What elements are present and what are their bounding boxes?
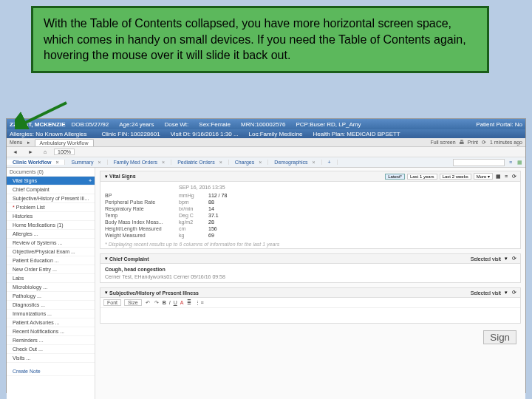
grid-icon[interactable]: ▦ <box>495 174 501 180</box>
print-icon[interactable]: 🖶 <box>459 140 465 146</box>
italic-button[interactable]: I <box>169 300 171 305</box>
toc-item-label: Home Medications (1) <box>13 222 63 228</box>
chevron-down-icon[interactable]: ▾ <box>103 256 109 262</box>
toc-item[interactable]: Diagnostics ... <box>7 301 95 310</box>
filter-last2[interactable]: Last 2 weeks <box>440 174 471 180</box>
size-select[interactable]: Size <box>124 299 142 306</box>
settings-icon[interactable]: ▦ <box>516 160 522 166</box>
list-icon[interactable]: ≡ <box>503 174 509 180</box>
filter-more[interactable]: More ▾ <box>474 173 493 180</box>
toc-item[interactable]: New Order Entry ... <box>7 265 95 274</box>
vital-row: Respiratory Ratebr/min14 <box>105 205 516 212</box>
filter-last1[interactable]: Last 1 years <box>407 174 437 180</box>
vital-value: 28 <box>208 219 238 225</box>
refresh-icon[interactable]: ⟳ <box>511 290 517 296</box>
home-button[interactable]: ⌂ <box>41 149 50 155</box>
ehr-window: ZZTEST, MCKENZIE DOB:05/27/92 Age:24 yea… <box>6 118 526 393</box>
vital-unit: Deg C <box>179 213 208 218</box>
toc-item-label: Vital Signs <box>13 178 37 183</box>
toc-item[interactable]: Check Out ... <box>7 345 95 354</box>
svg-line-0 <box>21 103 66 125</box>
vital-unit: kg/m2 <box>179 219 208 225</box>
tab-demographics[interactable]: Demographics× <box>268 160 321 165</box>
close-icon[interactable]: × <box>162 160 165 165</box>
zoom-level[interactable]: 100% <box>54 149 75 155</box>
toc-header[interactable]: Documents (0) <box>7 168 95 177</box>
filter-latest[interactable]: Latest* <box>385 174 405 180</box>
star-icon: * <box>13 205 15 210</box>
add-icon[interactable]: + <box>89 178 92 183</box>
redo-icon[interactable]: ↷ <box>154 300 160 306</box>
close-icon[interactable]: × <box>313 160 316 165</box>
vital-row: Body Mass Index Meas...kg/m228 <box>105 219 516 225</box>
vital-value: 37.1 <box>208 213 238 218</box>
fullscreen-button[interactable]: Full screen <box>430 140 455 145</box>
section-title: Chief Complaint <box>109 256 471 262</box>
toc-item[interactable]: Labs <box>7 274 95 283</box>
toc-item[interactable]: Subjective/History of Present Illness <box>7 194 95 203</box>
toc-item[interactable]: Objective/Physical Exam ... <box>7 248 95 256</box>
sign-button[interactable]: Sign <box>483 330 516 344</box>
tab-pediatric[interactable]: Pediatric Orders× <box>171 160 229 165</box>
search-input[interactable] <box>453 159 505 166</box>
toc-item[interactable]: Histories <box>7 212 95 221</box>
print-label[interactable]: Print <box>468 140 478 145</box>
toc-item[interactable]: Visits ... <box>7 354 95 363</box>
font-color-button[interactable]: A <box>180 300 184 305</box>
toc-item[interactable]: Allergies ... <box>7 230 95 239</box>
tab-family-med[interactable]: Family Med Orders× <box>108 160 172 165</box>
refresh-icon[interactable]: ⟳ <box>511 174 517 180</box>
vitals-footnote: * Displaying recent results up to 6 colu… <box>105 242 516 247</box>
patient-plan: Health Plan: MEDICAID BPSETT <box>313 131 400 137</box>
vital-label: Height/Length Measured <box>105 226 179 231</box>
refresh-icon[interactable]: ⟳ <box>481 140 487 146</box>
undo-icon[interactable]: ↶ <box>145 300 151 306</box>
bullets-icon[interactable]: ≣ <box>186 300 192 306</box>
workflow-tab[interactable]: Ambulatory Workflow <box>35 139 94 146</box>
vital-label: Peripheral Pulse Rate <box>105 200 179 205</box>
toc-item[interactable]: Home Medications (1) <box>7 221 95 230</box>
close-icon[interactable]: × <box>219 160 222 165</box>
nav-back-button[interactable]: ◄ <box>10 149 21 155</box>
refresh-icon[interactable]: ⟳ <box>511 256 517 262</box>
patient-banner: ZZTEST, MCKENZIE DOB:05/27/92 Age:24 yea… <box>7 119 525 129</box>
patient-loc: Loc:Family Medicine <box>249 131 303 137</box>
patient-visit: Visit Dt: 9/16/2016 1:30 ... <box>171 131 239 137</box>
toc-item[interactable]: Review of Systems ... <box>7 239 95 248</box>
chevron-down-icon[interactable]: ▾ <box>103 174 109 180</box>
rich-text-toolbar: Font Size ↶ ↷ B I U A ≣ ⋮≡ <box>100 298 520 308</box>
create-note-link[interactable]: Create Note <box>7 367 95 376</box>
toc-item[interactable]: *Problem List <box>7 203 95 212</box>
tab-summary[interactable]: Summary× <box>65 160 107 165</box>
toc-item[interactable]: Immunizations ... <box>7 310 95 318</box>
context-bar: Menu ▸ Ambulatory Workflow Full screen 🖶… <box>7 138 525 147</box>
toc-item-label: Objective/Physical Exam ... <box>13 249 75 254</box>
toc-item[interactable]: Microbiology ... <box>7 283 95 292</box>
chevron-down-icon[interactable]: ▾ <box>103 290 109 296</box>
toc-item[interactable]: Reminders ... <box>7 336 95 345</box>
menu-button[interactable]: Menu <box>10 140 23 145</box>
bold-button[interactable]: B <box>163 300 166 305</box>
toc-item[interactable]: Recent Notifications ... <box>7 327 95 336</box>
toc-item[interactable]: Pathology ... <box>7 292 95 301</box>
font-select[interactable]: Font <box>103 299 121 306</box>
pin-icon[interactable]: ▸ <box>26 140 32 146</box>
toc-item[interactable]: Patient Advisories ... <box>7 318 95 327</box>
tab-clinic-workflow[interactable]: Clinic Workflow× <box>7 160 65 165</box>
filter-icon[interactable]: ▾ <box>503 290 509 296</box>
tab-charges[interactable]: Charges× <box>229 160 269 165</box>
underline-button[interactable]: U <box>174 300 177 305</box>
vital-value: 156 <box>208 226 238 231</box>
close-icon[interactable]: × <box>259 160 262 165</box>
hpi-editor[interactable] <box>100 308 520 323</box>
toc-item[interactable]: Vital Signs + <box>7 177 95 185</box>
tab-add[interactable]: + <box>322 160 338 165</box>
numbering-icon[interactable]: ⋮≡ <box>195 300 201 306</box>
close-icon[interactable]: × <box>55 160 58 165</box>
nav-forward-button[interactable]: ► <box>25 149 36 155</box>
toc-item[interactable]: Patient Education ... <box>7 256 95 265</box>
list-icon[interactable]: ≡ <box>508 160 514 166</box>
toc-item[interactable]: Chief Complaint <box>7 185 95 194</box>
filter-icon[interactable]: ▾ <box>503 256 509 262</box>
close-icon[interactable]: × <box>98 160 100 165</box>
